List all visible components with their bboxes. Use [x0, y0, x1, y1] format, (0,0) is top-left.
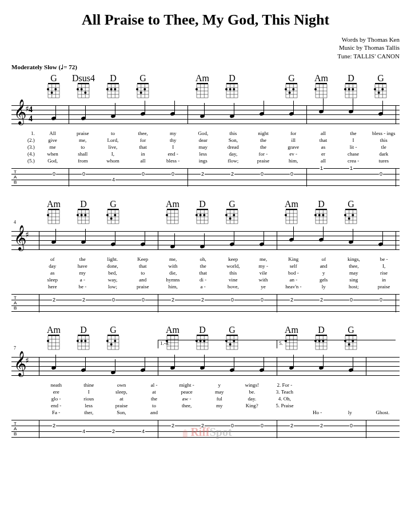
svg-point-74 [229, 88, 232, 90]
tab-fret-number: 1 [349, 166, 353, 171]
lyric-syllable: my [68, 270, 97, 276]
svg-point-23 [77, 88, 79, 90]
lyric-syllable: God, [38, 158, 67, 164]
lyric-syllable: to [128, 270, 157, 276]
svg-point-36 [106, 88, 109, 90]
verse-number [13, 389, 39, 395]
lyric-syllable [302, 396, 333, 402]
chord-D: D [217, 73, 247, 98]
lyric-syllable: and [309, 263, 338, 269]
svg-point-162 [114, 214, 116, 216]
chord-G: G [128, 73, 158, 98]
lyric-syllable: sleep [38, 277, 67, 283]
tab-fret-number: 0 [52, 172, 56, 177]
lyric-syllable: as [309, 144, 337, 150]
lyric-syllable: wings! [236, 382, 268, 388]
music-credit: Music by Thomas Tallis [11, 43, 400, 51]
lyric-syllable: my [203, 403, 235, 408]
svg-point-124 [378, 92, 380, 94]
lyric-syllable: have [68, 263, 97, 269]
svg-point-236 [352, 214, 354, 216]
lyric-syllable: aw - [171, 396, 202, 402]
lyric-syllable [334, 403, 366, 408]
svg-point-149 [84, 214, 86, 216]
chord-D: D [69, 199, 98, 224]
lyric-syllable: whom [98, 158, 127, 164]
lyric-syllable: gels [309, 277, 338, 283]
lyric-syllable [334, 382, 366, 388]
chord-diagram-icon [77, 207, 90, 224]
chord-label: D [187, 199, 217, 206]
lyric-syllable: Ho - [302, 410, 333, 415]
chord-G: G [217, 199, 247, 224]
note-stem [264, 231, 264, 244]
lyric-syllable: praise [249, 158, 278, 164]
note-stem [174, 101, 175, 113]
svg-point-49 [136, 88, 138, 90]
lyric-syllable: bod - [279, 270, 308, 276]
lyric-syllable: might - [171, 382, 202, 388]
system-3: AmDGAmDGAmDG𝄞♯71.-4.5.neaththineownal -m… [11, 325, 400, 439]
svg-point-123 [374, 88, 376, 90]
tab-fret-number: 0 [290, 172, 294, 177]
lyric-syllable: in [129, 151, 157, 157]
lyric-syllable: keep [218, 256, 248, 262]
measure-number: 7 [14, 346, 16, 351]
lyric-syllable: end - [41, 403, 72, 408]
lyric-syllable: bove, [218, 284, 248, 289]
svg-point-136 [47, 214, 49, 216]
barline [187, 105, 188, 124]
lyric-syllable [302, 382, 333, 388]
lyric-syllable: the [138, 396, 170, 402]
song-title: All Praise to Thee, My God, This Night [11, 11, 400, 29]
lyric-syllable: me [38, 144, 67, 150]
lyrics-block: 1.Allpraisetothee,myGod,thisnightforallt… [11, 129, 400, 165]
lyric-syllable [302, 403, 333, 408]
lyric-syllable: hymns [158, 277, 187, 283]
lyrics-block: neaththineownal -might -ywings!2. For -e… [11, 381, 400, 416]
lyric-syllable: done, [98, 263, 127, 269]
barline [306, 168, 307, 186]
tab-staff: TAB004002200110 [11, 168, 400, 188]
verse-number [13, 284, 37, 289]
svg-point-62 [195, 88, 198, 90]
lyric-syllable: Fa - [41, 410, 72, 415]
note-stem [293, 227, 294, 239]
note-stem [323, 227, 324, 239]
lyric-syllable: ther, [73, 410, 105, 415]
chord-diagram-icon [374, 81, 388, 98]
barline [187, 168, 188, 186]
verse-number: (4.) [13, 151, 37, 157]
chord-diagram-icon [47, 333, 61, 350]
lyric-syllable: thee, [129, 130, 157, 136]
tab-fret-number: 0 [349, 297, 353, 303]
svg-point-223 [322, 214, 324, 216]
barline [39, 231, 39, 249]
chord-D: D [69, 325, 98, 350]
chord-label: Am [158, 325, 187, 332]
svg-point-112 [352, 88, 354, 90]
lyric-syllable: the [249, 144, 278, 150]
barline [396, 294, 396, 312]
lyric-syllable: flow; [219, 158, 248, 164]
chord-label: G [336, 199, 366, 206]
credits-block: Words by Thomas Ken Music by Thomas Tall… [11, 35, 400, 60]
lyric-syllable: host; [339, 284, 368, 289]
lyric-syllable: night [249, 130, 278, 136]
lyric-syllable: tle [369, 144, 398, 150]
verse-number: 1. [13, 130, 37, 136]
tab-fret-number: 0 [141, 172, 145, 177]
chord-label: Dsus4 [69, 73, 98, 80]
svg-rect-39 [137, 83, 149, 84]
lyric-syllable: grave [279, 144, 308, 150]
svg-point-199 [233, 214, 235, 216]
note-stem [353, 357, 353, 370]
lyric-syllable: chase [339, 151, 368, 157]
svg-point-38 [114, 88, 116, 90]
chord-diagram-icon [314, 81, 328, 98]
lyric-syllable: here [38, 284, 67, 289]
chord-diagram-icon [225, 207, 239, 224]
lyric-syllable: my - [249, 263, 278, 269]
svg-rect-76 [286, 83, 297, 84]
lyric-syllable: to [68, 144, 97, 150]
